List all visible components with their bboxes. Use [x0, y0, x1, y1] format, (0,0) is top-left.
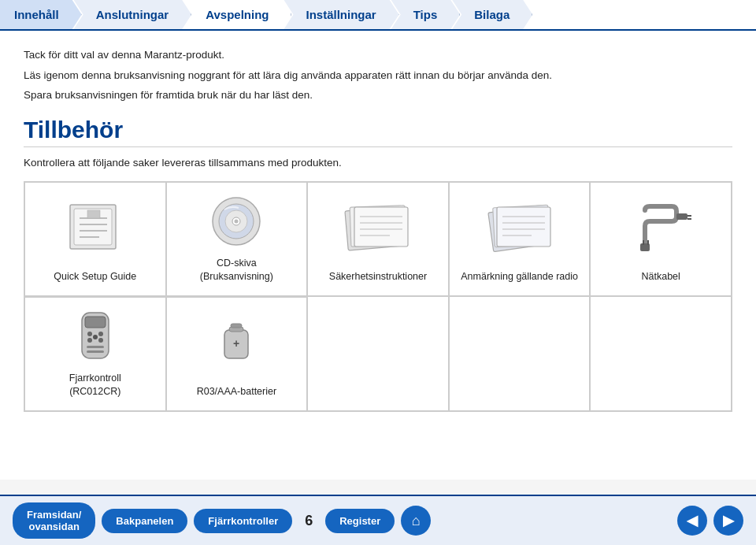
accessory-remote: Fjarrkontroll(RC012CR)	[24, 297, 166, 411]
svg-rect-14	[354, 207, 408, 247]
accessory-empty-5	[590, 297, 732, 411]
page-number: 6	[305, 513, 313, 529]
accessory-battery: + R03/AAA-batterier	[166, 297, 308, 411]
svg-rect-31	[687, 218, 691, 220]
tab-innehall[interactable]: Innehåll	[0, 0, 82, 29]
next-icon: ▶	[723, 512, 734, 529]
home-icon: ⌂	[412, 513, 421, 529]
battery-icon: +	[209, 309, 264, 378]
top-navigation: Innehåll Anslutningar Avspelning Inställ…	[0, 0, 756, 31]
svg-rect-40	[87, 350, 104, 353]
svg-rect-28	[647, 240, 649, 245]
section-heading: Tillbehör	[24, 117, 732, 143]
tab-avspelning[interactable]: Avspelning	[183, 0, 291, 29]
next-button[interactable]: ▶	[713, 506, 743, 536]
bakpanelen-button[interactable]: Bakpanelen	[102, 509, 187, 533]
battery-label: R03/AAA-batterier	[197, 385, 276, 399]
accessories-grid-row2: Fjarrkontroll(RC012CR) + R03/AAA-batteri…	[24, 297, 732, 412]
remote-icon	[68, 309, 123, 364]
prev-button[interactable]: ◀	[677, 506, 707, 536]
accessory-empty-3	[307, 297, 449, 411]
framsidan-button[interactable]: Framsidan/ ovansidan	[13, 502, 95, 539]
section-divider	[24, 146, 732, 147]
accessory-cd: CD-skiva(Bruksanvisning)	[166, 182, 308, 296]
tab-installningar[interactable]: Inställningar	[284, 0, 398, 29]
svg-text:+: +	[233, 337, 239, 350]
svg-point-36	[87, 338, 92, 343]
bottom-nav-right: ◀ ▶	[677, 506, 743, 536]
accessory-radio: Anmärkning gällande radio	[449, 182, 591, 296]
accessory-cable: Nätkabel	[590, 182, 732, 296]
svg-rect-6	[87, 210, 100, 218]
accessory-empty-4	[449, 297, 591, 411]
register-button[interactable]: Register	[325, 509, 395, 533]
safety-label: Säkerhetsinstruktioner	[329, 270, 427, 284]
svg-rect-30	[687, 215, 691, 217]
quick-setup-icon	[64, 194, 127, 263]
svg-rect-29	[676, 213, 687, 220]
cd-icon	[209, 194, 264, 249]
quick-setup-label: Quick Setup Guide	[54, 270, 136, 284]
bottom-nav-left: Framsidan/ ovansidan Bakpanelen Fjärrkon…	[13, 502, 431, 539]
accessories-grid-row1: Quick Setup Guide CD-skiva(Bruksanvisnin…	[24, 181, 732, 297]
intro-line1: Tack för ditt val av denna Marantz-produ…	[24, 46, 732, 64]
svg-point-37	[98, 338, 103, 343]
tab-anslutningar[interactable]: Anslutningar	[74, 0, 192, 29]
accessory-quick-setup: Quick Setup Guide	[24, 182, 166, 296]
accessory-safety: Säkerhetsinstruktioner	[307, 182, 449, 296]
cable-label: Nätkabel	[642, 270, 680, 284]
prev-icon: ◀	[687, 512, 698, 529]
svg-rect-39	[87, 346, 104, 348]
svg-point-35	[98, 332, 103, 336]
radio-icon	[484, 194, 555, 263]
home-button[interactable]: ⌂	[401, 506, 431, 536]
safety-icon	[343, 194, 413, 263]
bottom-navigation: Framsidan/ ovansidan Bakpanelen Fjärrkon…	[0, 495, 756, 545]
tab-bilaga[interactable]: Bilaga	[452, 0, 532, 29]
svg-point-38	[93, 335, 98, 339]
remote-label: Fjarrkontroll(RC012CR)	[69, 372, 121, 399]
cable-icon	[629, 194, 692, 263]
main-content: Tack för ditt val av denna Marantz-produ…	[0, 31, 756, 480]
intro-line2: Läs igenom denna bruksanvisning noggrant…	[24, 67, 732, 84]
intro-line3: Spara bruksanvisningen för framtida bruk…	[24, 87, 732, 104]
svg-rect-33	[85, 317, 106, 328]
svg-point-11	[235, 219, 239, 223]
tab-tips[interactable]: Tips	[391, 0, 461, 29]
fjarrkontroller-button[interactable]: Fjärrkontroller	[194, 509, 292, 533]
svg-rect-27	[643, 240, 644, 245]
svg-point-34	[87, 332, 92, 336]
svg-rect-43	[231, 324, 242, 328]
cd-label: CD-skiva(Bruksanvisning)	[200, 257, 273, 284]
svg-rect-21	[497, 207, 550, 247]
radio-label: Anmärkning gällande radio	[461, 270, 578, 284]
section-desc: Kontrollera att följande saker levereras…	[24, 157, 732, 169]
